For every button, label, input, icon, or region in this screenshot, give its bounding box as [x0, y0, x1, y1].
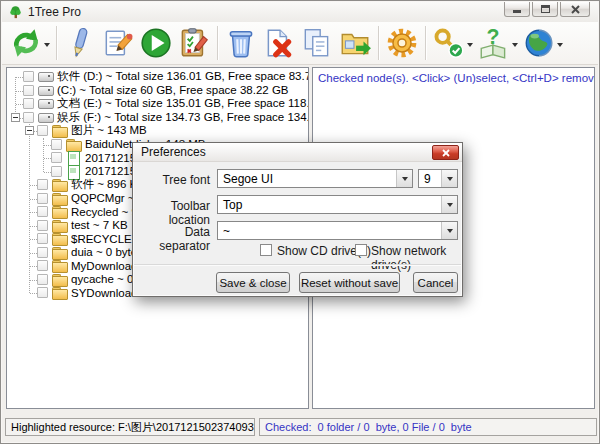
- folder-icon: [52, 124, 67, 137]
- toolbar: ?: [2, 22, 598, 65]
- toolbar-separator: [378, 26, 379, 60]
- dropdown-caret-icon: [557, 43, 563, 50]
- checkbox[interactable]: [23, 98, 34, 109]
- checkbox[interactable]: [37, 287, 48, 298]
- dialog-close-button[interactable]: [432, 145, 459, 160]
- data-separator-value: ~: [223, 224, 230, 238]
- toolbar-separator: [56, 26, 57, 60]
- edit-document-icon: [101, 26, 135, 60]
- chevron-down-icon: [396, 170, 412, 187]
- minimize-button[interactable]: [504, 2, 530, 17]
- tree-row[interactable]: 娱乐 (F:) ~ Total size 134.73 GB, Free spa…: [7, 111, 308, 125]
- drive-icon: [38, 70, 53, 83]
- checkbox[interactable]: [23, 71, 34, 82]
- minimize-icon: [513, 10, 521, 13]
- checkbox[interactable]: [37, 179, 48, 190]
- checkbox[interactable]: [23, 85, 34, 96]
- status-checked-summary: Checked: 0 folder / 0 byte, 0 File / 0 b…: [259, 418, 597, 436]
- maximize-icon: [541, 5, 550, 13]
- dropdown-caret-icon: [44, 43, 50, 50]
- copy-button[interactable]: [298, 23, 336, 63]
- dropdown-caret-icon: [467, 43, 473, 50]
- checkbox[interactable]: [37, 274, 48, 285]
- checkbox[interactable]: [37, 247, 48, 258]
- folder-icon: [52, 273, 67, 286]
- tree-item-label: test ~ 7 KB: [71, 219, 128, 231]
- checklist-icon: [177, 26, 211, 60]
- checkbox[interactable]: [37, 260, 48, 271]
- toolbar-separator: [217, 26, 218, 60]
- data-separator-select[interactable]: ~: [217, 221, 458, 240]
- folder-icon: [52, 192, 67, 205]
- tree-font-select[interactable]: Segoe UI: [217, 169, 413, 188]
- folder-icon: [52, 259, 67, 272]
- cancel-button[interactable]: Cancel: [413, 272, 458, 293]
- tree-row[interactable]: (C:) ~ Total size 60 GB, Free space 38.2…: [7, 84, 308, 98]
- collapse-minus-icon[interactable]: [11, 113, 20, 122]
- checkbox[interactable]: [37, 220, 48, 231]
- folder-icon: [52, 178, 67, 191]
- tree-font-label: Tree font: [133, 173, 210, 187]
- checkbox[interactable]: [51, 166, 62, 177]
- collapse-minus-icon[interactable]: [25, 126, 34, 135]
- checkbox[interactable]: [37, 193, 48, 204]
- checkbox[interactable]: [51, 152, 62, 163]
- checkbox[interactable]: [23, 112, 34, 123]
- drive-icon: [38, 84, 53, 97]
- tree-item-label: duia ~ 0 byte: [71, 246, 137, 258]
- refresh-button[interactable]: [7, 23, 52, 63]
- export-folder-button[interactable]: [336, 23, 374, 63]
- start-button[interactable]: [137, 23, 175, 63]
- edit-document-button[interactable]: [99, 23, 137, 63]
- toolbar-location-select[interactable]: Top: [217, 195, 458, 214]
- file-icon: [66, 151, 81, 164]
- status-highlighted-resource: Highlighted resource: F:\图片\201712150237…: [5, 418, 255, 436]
- tree-row[interactable]: 软件 (D:) ~ Total size 136.01 GB, Free spa…: [7, 70, 308, 84]
- titlebar[interactable]: 1Tree Pro: [2, 2, 598, 22]
- show-network-drives-label: Show network drive(s): [371, 244, 462, 272]
- tree-row[interactable]: 图片 ~ 143 MB: [7, 124, 308, 138]
- chevron-down-icon: [441, 170, 457, 187]
- trash-button[interactable]: [222, 23, 260, 63]
- folder-icon: [52, 232, 67, 245]
- settings-gear-icon: [385, 26, 419, 60]
- save-and-close-button[interactable]: Save & close: [216, 272, 290, 293]
- chevron-down-icon: [441, 196, 457, 213]
- window-title: 1Tree Pro: [28, 5, 81, 19]
- reset-without-save-button[interactable]: Reset without save: [299, 272, 400, 293]
- show-network-drives-checkbox[interactable]: [355, 244, 367, 256]
- tree-font-size-select[interactable]: 9: [418, 169, 458, 188]
- data-separator-label: Data separator: [133, 225, 210, 253]
- maximize-button[interactable]: [532, 2, 558, 17]
- globe-icon: [522, 26, 556, 60]
- settings-button[interactable]: [383, 23, 421, 63]
- close-button[interactable]: [560, 2, 590, 17]
- play-icon: [139, 26, 173, 60]
- chevron-down-icon: [441, 222, 457, 239]
- mark-pen-button[interactable]: [61, 23, 99, 63]
- edit-checklist-button[interactable]: [175, 23, 213, 63]
- dialog-titlebar[interactable]: Preferences: [133, 143, 462, 162]
- trash-icon: [224, 26, 258, 60]
- tree-row[interactable]: 文档 (E:) ~ Total size 135.01 GB, Free spa…: [7, 97, 308, 111]
- tree-item-label: 软件 (D:) ~ Total size 136.01 GB, Free spa…: [57, 69, 309, 84]
- refresh-icon: [9, 26, 43, 60]
- drive-icon: [38, 111, 53, 124]
- toolbar-location-value: Top: [223, 198, 242, 212]
- web-button[interactable]: [520, 23, 565, 63]
- tree-item-label: (C:) ~ Total size 60 GB, Free space 38.2…: [57, 84, 289, 96]
- checkbox[interactable]: [37, 206, 48, 217]
- license-key-button[interactable]: [430, 23, 475, 63]
- remove-document-button[interactable]: [260, 23, 298, 63]
- show-cd-drives-checkbox[interactable]: [260, 244, 272, 256]
- checkbox[interactable]: [37, 125, 48, 136]
- app-window: 1Tree Pro: [0, 0, 600, 444]
- help-button[interactable]: ?: [475, 23, 520, 63]
- dropdown-caret-icon: [512, 43, 518, 50]
- help-icon: ?: [477, 26, 511, 60]
- checkbox[interactable]: [51, 139, 62, 150]
- checkbox[interactable]: [37, 233, 48, 244]
- close-icon: [442, 149, 450, 157]
- folder-icon: [52, 219, 67, 232]
- folder-icon: [52, 286, 67, 299]
